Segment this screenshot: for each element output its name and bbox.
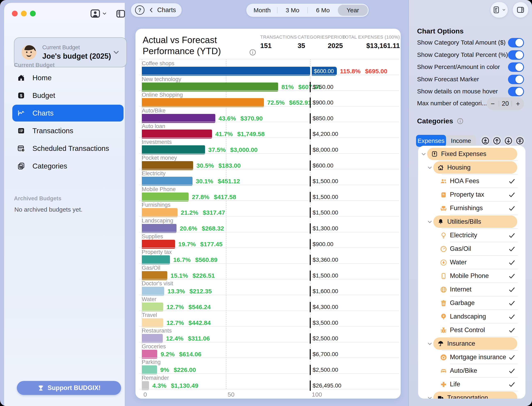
bar[interactable] <box>142 208 178 217</box>
tab-income[interactable]: Income <box>446 135 476 147</box>
expense-income-tabs: ExpensesIncome <box>416 135 476 147</box>
bar[interactable] <box>142 318 163 327</box>
tab-expenses[interactable]: Expenses <box>416 135 446 147</box>
stepper-minus-button[interactable]: − <box>487 100 499 108</box>
actual-amount: $370.90 <box>241 115 263 122</box>
toggle-switch[interactable] <box>508 75 524 84</box>
bar[interactable] <box>142 271 167 280</box>
bar[interactable] <box>142 365 157 374</box>
category-group-pill[interactable]: Utilities/Bills <box>433 216 517 228</box>
category-group-pill[interactable]: Insurance <box>433 337 517 350</box>
chart-row: Landscaping20.6%$268.32$1,300.00 <box>139 216 399 232</box>
tree-row-insurance[interactable]: Insurance <box>418 337 525 351</box>
move-up-button[interactable] <box>492 136 502 146</box>
bar-value-label: 13.3%$212.35 <box>167 287 212 296</box>
sidebar-item-charts[interactable]: Charts <box>12 105 123 122</box>
bar[interactable] <box>142 145 205 154</box>
bar[interactable] <box>142 350 157 359</box>
bar[interactable] <box>142 67 310 76</box>
period-tab-6mo[interactable]: 6 Mo <box>308 5 338 16</box>
sidebar-toggle-button[interactable] <box>115 9 126 19</box>
chevron-down-icon[interactable] <box>427 341 433 347</box>
category-group-pill[interactable]: Transportation <box>433 392 517 399</box>
tree-row-gas-oil[interactable]: Gas/Oil <box>418 242 525 256</box>
chevron-down-icon[interactable] <box>427 165 433 171</box>
tree-row-housing[interactable]: Housing <box>418 161 525 174</box>
bar[interactable] <box>142 177 193 186</box>
bar[interactable] <box>142 303 163 312</box>
bar[interactable] <box>142 193 189 202</box>
tree-row-internet[interactable]: Internet <box>418 283 525 296</box>
chart-row: Gas/Oil15.1%$226.51$1,500.00 <box>139 263 399 280</box>
bar-over-forecast-segment[interactable]: $600.00 <box>312 67 337 76</box>
stepper-plus-button[interactable]: + <box>512 100 524 108</box>
category-group-pill[interactable]: Fixed Expenses <box>427 148 517 160</box>
info-icon[interactable] <box>249 48 257 56</box>
bug-icon <box>440 326 447 334</box>
tree-row-landscaping[interactable]: Landscaping <box>418 310 525 324</box>
bar[interactable] <box>142 82 278 92</box>
toggle-switch[interactable] <box>508 87 524 96</box>
stat-categories: CATEGORIES 35 <box>298 35 328 50</box>
chevron-down-icon[interactable] <box>427 395 433 399</box>
tree-row-garbage[interactable]: Garbage <box>418 296 525 310</box>
help-icon[interactable]: ? <box>135 5 144 15</box>
chevron-down-icon[interactable] <box>421 151 427 157</box>
sidebar-item-home[interactable]: Home <box>12 69 123 86</box>
bar[interactable] <box>142 334 163 343</box>
account-menu-button[interactable] <box>90 8 107 19</box>
tree-row-electricity[interactable]: Electricity <box>418 229 525 242</box>
chevron-down-icon[interactable] <box>427 219 433 225</box>
bar[interactable] <box>142 114 215 123</box>
bar[interactable] <box>142 255 170 264</box>
tree-row-life[interactable]: Life <box>418 378 525 391</box>
tree-row-pest-control[interactable]: Pest Control <box>418 324 525 337</box>
bar[interactable] <box>142 224 177 233</box>
sidebar-item-transactions[interactable]: Transactions <box>12 122 123 139</box>
tree-row-utilities-bills[interactable]: Utilities/Bills <box>418 215 525 229</box>
chevron-down-icon <box>112 48 120 57</box>
bar[interactable] <box>142 161 193 170</box>
zoom-button[interactable] <box>30 11 36 16</box>
bar[interactable] <box>142 240 175 249</box>
period-tab-month[interactable]: Month <box>247 5 277 16</box>
tree-row-mortgage-insurance[interactable]: Mortgage insurance <box>418 351 525 364</box>
forecast-amount-label: $26,495.00 <box>313 381 341 390</box>
support-budgix-button[interactable]: Support BUDGIX! <box>17 381 121 395</box>
tree-row-mobile-phone[interactable]: Mobile Phone <box>418 269 525 283</box>
close-button[interactable] <box>12 11 18 16</box>
move-down-button[interactable] <box>503 136 514 146</box>
sort-download-button[interactable] <box>480 136 491 146</box>
period-tab-3mo[interactable]: 3 Mo <box>278 5 308 16</box>
toggle-switch[interactable] <box>508 38 524 47</box>
period-tab-year[interactable]: Year <box>338 5 368 16</box>
toggle-switch[interactable] <box>508 50 524 60</box>
sidebar-item-budget[interactable]: Budget <box>12 87 123 104</box>
bar[interactable] <box>142 98 264 107</box>
right-panel-toggle-button[interactable] <box>513 2 528 18</box>
sidebar-item-categories[interactable]: Categories <box>12 158 123 174</box>
category-item-label: Mobile Phone <box>450 272 489 280</box>
info-icon[interactable] <box>456 117 464 125</box>
checkmark-icon <box>508 245 516 253</box>
category-group-pill[interactable]: Housing <box>433 161 517 174</box>
tree-row-water[interactable]: Water <box>418 256 525 269</box>
bar[interactable] <box>142 130 212 138</box>
back-button[interactable]: ? Charts <box>131 3 182 17</box>
sort-upload-button[interactable] <box>515 136 525 146</box>
actual-amount: $1,749.58 <box>237 130 265 137</box>
tree-row-property-tax[interactable]: Property tax <box>418 188 525 202</box>
tree-row-hoa-fees[interactable]: HOA Fees <box>418 174 525 188</box>
bar-value-label: 9%$226.00 <box>160 365 196 374</box>
report-menu-button[interactable] <box>490 2 508 18</box>
tree-row-fixed-expenses[interactable]: Fixed Expenses <box>418 147 525 161</box>
bar[interactable] <box>142 287 164 296</box>
tree-row-transportation[interactable]: Transportation <box>418 391 525 399</box>
minimize-button[interactable] <box>21 11 27 16</box>
sidebar-item-scheduled-transactions[interactable]: Scheduled Transactions <box>12 140 123 157</box>
tree-row-furnishings[interactable]: Furnishings <box>418 202 525 215</box>
tree-row-auto-bike[interactable]: Auto/Bike <box>418 364 525 378</box>
forecast-marker <box>310 192 311 202</box>
car-icon <box>440 367 447 375</box>
toggle-switch[interactable] <box>508 62 524 72</box>
